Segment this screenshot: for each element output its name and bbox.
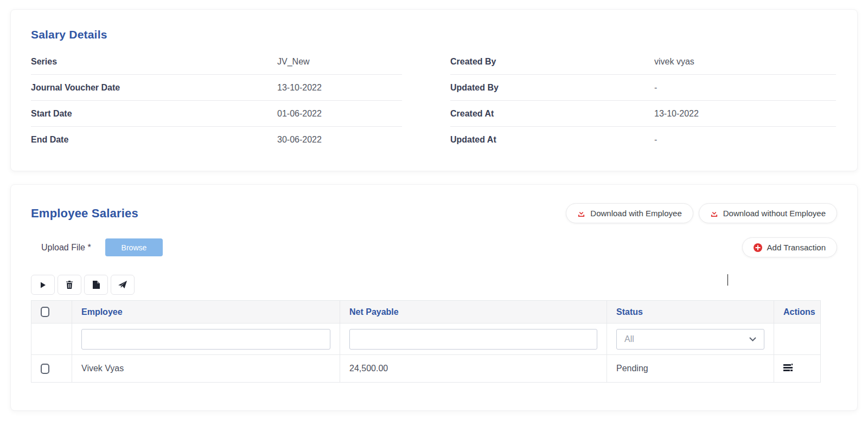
field-row-start-date: Start Date 01-06-2022: [31, 101, 402, 127]
download-icon: [710, 209, 718, 217]
table-row: Vivek Vyas 24,500.00 Pending: [31, 355, 821, 383]
field-row-updated-at: Updated At -: [450, 127, 836, 153]
row-select-cell: [31, 355, 72, 383]
field-value: -: [654, 83, 836, 93]
employee-cell: Vivek Vyas: [72, 355, 340, 383]
employee-salaries-title: Employee Salaries: [31, 206, 138, 221]
column-header-status: Status: [607, 301, 774, 324]
filter-status-cell: All: [607, 324, 774, 355]
field-value: JV_New: [277, 57, 402, 67]
table-header-row: Employee Net Payable Status Actions: [31, 301, 821, 324]
field-label: Created By: [450, 57, 654, 67]
file-icon: [93, 281, 100, 289]
send-icon: [118, 281, 127, 289]
net-payable-cell: 24,500.00: [340, 355, 607, 383]
field-value: 13-10-2022: [654, 109, 836, 119]
journal-button[interactable]: [84, 275, 108, 295]
filter-actions-cell: [774, 324, 821, 355]
download-with-employee-button[interactable]: Download with Employee: [566, 203, 693, 223]
net-payable-filter-input[interactable]: [349, 329, 597, 350]
field-value: 30-06-2022: [277, 135, 402, 145]
download-buttons-group: Download with Employee Download without …: [566, 203, 837, 223]
upload-file-label: Upload File *: [41, 243, 91, 253]
column-header-actions: Actions: [774, 301, 821, 324]
download-without-employee-button[interactable]: Download without Employee: [699, 203, 837, 223]
filter-net-payable-cell: [340, 324, 607, 355]
status-filter-selected-value: All: [624, 334, 634, 344]
add-transaction-label: Add Transaction: [767, 243, 826, 252]
row-actions-cell: [774, 355, 821, 383]
download-with-employee-label: Download with Employee: [590, 209, 681, 218]
chevron-down-icon: [749, 337, 756, 341]
plus-circle-icon: [754, 243, 762, 252]
column-header-employee: Employee: [72, 301, 340, 324]
text-cursor: [727, 274, 729, 286]
table-filter-row: All: [31, 324, 821, 355]
field-row-end-date: End Date 30-06-2022: [31, 127, 402, 153]
bulk-actions-toolbar: [31, 275, 837, 295]
field-value: 13-10-2022: [277, 83, 402, 93]
row-details-button[interactable]: [783, 364, 793, 372]
send-button[interactable]: [111, 275, 135, 295]
column-header-net-payable: Net Payable: [340, 301, 607, 324]
field-row-created-by: Created By vivek vyas: [450, 49, 836, 75]
download-without-employee-label: Download without Employee: [723, 209, 826, 218]
status-filter-select[interactable]: All: [616, 329, 764, 350]
browse-button[interactable]: Browse: [105, 238, 163, 256]
upload-row: Upload File * Browse Add Transaction: [31, 237, 837, 257]
employee-filter-input[interactable]: [81, 329, 330, 350]
salary-details-card: Salary Details Series JV_New Journal Vou…: [10, 9, 858, 171]
field-value: 01-06-2022: [277, 109, 402, 119]
field-row-journal-voucher-date: Journal Voucher Date 13-10-2022: [31, 75, 402, 101]
field-value: vivek vyas: [654, 57, 836, 67]
employee-salaries-card: Employee Salaries Download with Employee…: [10, 184, 858, 411]
salary-details-right-column: Created By vivek vyas Updated By - Creat…: [450, 49, 836, 153]
status-cell: Pending: [607, 355, 774, 383]
run-button[interactable]: [31, 275, 55, 295]
trash-icon: [66, 281, 73, 289]
field-label: Updated By: [450, 83, 654, 93]
add-transaction-button[interactable]: Add Transaction: [742, 237, 837, 257]
field-label: End Date: [31, 135, 277, 145]
employee-salaries-table: Employee Net Payable Status Actions: [31, 300, 821, 383]
field-label: Created At: [450, 109, 654, 119]
delete-button[interactable]: [58, 275, 81, 295]
field-label: Updated At: [450, 135, 654, 145]
field-value: -: [654, 135, 836, 145]
filter-employee-cell: [72, 324, 340, 355]
salary-details-left-column: Series JV_New Journal Voucher Date 13-10…: [31, 49, 402, 153]
field-label: Series: [31, 57, 277, 67]
upload-file-field: Upload File * Browse: [31, 238, 163, 256]
row-checkbox[interactable]: [41, 364, 49, 374]
field-label: Journal Voucher Date: [31, 83, 277, 93]
select-all-cell: [31, 301, 72, 324]
field-label: Start Date: [31, 109, 277, 119]
salary-details-title: Salary Details: [31, 28, 837, 41]
page: Salary Details Series JV_New Journal Vou…: [0, 0, 868, 411]
field-row-updated-by: Updated By -: [450, 75, 836, 101]
field-row-created-at: Created At 13-10-2022: [450, 101, 836, 127]
employee-salaries-header: Employee Salaries Download with Employee…: [31, 203, 837, 223]
download-icon: [577, 209, 585, 217]
filter-empty-cell: [31, 324, 72, 355]
play-icon: [39, 281, 47, 289]
select-all-checkbox[interactable]: [41, 307, 49, 317]
salary-details-grid: Series JV_New Journal Voucher Date 13-10…: [31, 49, 837, 153]
field-row-series: Series JV_New: [31, 49, 402, 75]
list-details-icon: [783, 364, 793, 372]
